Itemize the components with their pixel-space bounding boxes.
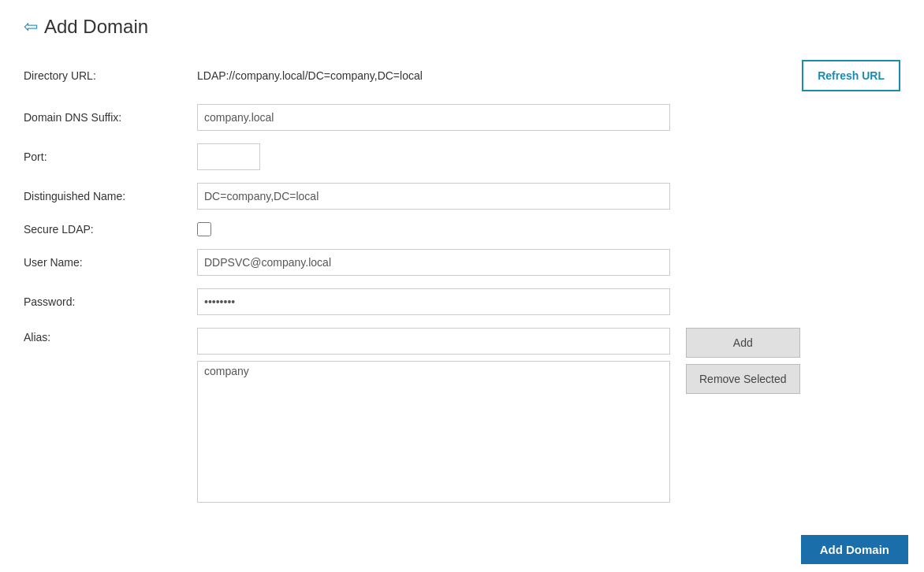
alias-section: Alias: company Add Remove Selected [24, 328, 900, 503]
domain-dns-suffix-row: Domain DNS Suffix: [24, 104, 900, 131]
distinguished-name-label: Distinguished Name: [24, 190, 197, 202]
directory-url-row: Directory URL: LDAP://company.local/DC=c… [24, 60, 900, 91]
directory-url-value: LDAP://company.local/DC=company,DC=local [197, 62, 423, 89]
secure-ldap-label: Secure LDAP: [24, 223, 197, 236]
password-input[interactable] [197, 288, 670, 315]
alias-label: Alias: [24, 328, 197, 344]
remove-selected-button[interactable]: Remove Selected [686, 364, 800, 394]
secure-ldap-row: Secure LDAP: [24, 222, 900, 236]
alias-list[interactable]: company [197, 361, 670, 503]
add-alias-button[interactable]: Add [686, 328, 800, 358]
domain-dns-suffix-input[interactable] [197, 104, 670, 131]
distinguished-name-input[interactable] [197, 183, 670, 210]
password-label: Password: [24, 295, 197, 308]
back-icon[interactable]: ⇦ [24, 17, 38, 37]
user-name-label: User Name: [24, 256, 197, 269]
alias-input[interactable] [197, 328, 670, 355]
password-row: Password: [24, 288, 900, 315]
secure-ldap-checkbox[interactable] [197, 222, 211, 236]
port-row: Port: [24, 143, 900, 170]
domain-dns-suffix-label: Domain DNS Suffix: [24, 111, 197, 124]
refresh-url-button[interactable]: Refresh URL [802, 60, 900, 91]
user-name-input[interactable] [197, 249, 670, 276]
add-domain-button[interactable]: Add Domain [801, 535, 908, 564]
directory-url-label: Directory URL: [24, 69, 197, 82]
add-domain-footer: Add Domain [785, 527, 924, 572]
user-name-row: User Name: [24, 249, 900, 276]
distinguished-name-row: Distinguished Name: [24, 183, 900, 210]
port-input[interactable] [197, 143, 260, 170]
page-title: Add Domain [44, 16, 148, 38]
port-label: Port: [24, 150, 197, 163]
